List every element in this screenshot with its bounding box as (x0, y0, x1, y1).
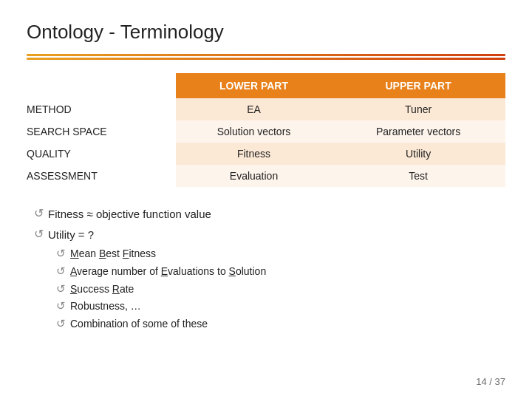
row-upper-quality: Utility (332, 143, 505, 165)
bullet-text-fitness: Fitness ≈ objective function value (48, 205, 211, 224)
row-upper-method: Tuner (332, 98, 505, 121)
terminology-table: LOWER PART UPPER PART METHOD EA Tuner SE… (27, 73, 505, 187)
sub-bullet-icon-3: ↺ (56, 298, 66, 315)
slide-title: Ontology - Terminology (27, 21, 505, 44)
bullet-text-utility: Utility = ? (48, 225, 94, 245)
row-lower-assessment: Evaluation (176, 165, 331, 187)
table-row: QUALITY Fitness Utility (27, 143, 505, 165)
sub-bullet-robustness: ↺ Robustness, … (56, 298, 505, 316)
bullet-icon-fitness: ↺ (34, 205, 44, 222)
top-border (27, 54, 505, 56)
bullet-icon-utility: ↺ (34, 225, 44, 243)
sub-bullet-text-1: Average number of Evaluations to Solutio… (70, 263, 266, 281)
sub-bullet-text-0: Mean Best Fitness (70, 245, 156, 263)
sub-bullet-text-3: Robustness, … (70, 298, 141, 316)
row-label-method: METHOD (27, 98, 176, 121)
bottom-border (27, 58, 505, 60)
bullet-section: ↺ Fitness ≈ objective function value ↺ U… (27, 205, 505, 333)
sub-bullet-icon-4: ↺ (56, 316, 66, 332)
row-upper-search: Parameter vectors (332, 120, 505, 143)
header-lower-part: LOWER PART (176, 74, 331, 98)
table-row: METHOD EA Tuner (27, 98, 505, 121)
header-upper-part: UPPER PART (332, 74, 505, 98)
row-lower-method: EA (176, 98, 331, 121)
bullet-utility: ↺ Utility = ? (34, 225, 505, 245)
sub-bullet-sr: ↺ Success Rate (56, 281, 505, 299)
table-row: ASSESSMENT Evaluation Test (27, 165, 505, 187)
sub-bullets: ↺ Mean Best Fitness ↺ Average number of … (34, 245, 505, 333)
row-lower-search: Solution vectors (176, 120, 331, 143)
sub-bullet-text-4: Combination of some of these (70, 316, 208, 333)
slide: Ontology - Terminology LOWER PART UPPER … (0, 0, 532, 399)
page-number: 14 / 37 (476, 376, 505, 387)
row-label-search: SEARCH SPACE (27, 120, 176, 143)
sub-bullet-combination: ↺ Combination of some of these (56, 316, 505, 333)
bullet-fitness: ↺ Fitness ≈ objective function value (34, 205, 505, 224)
sub-bullet-mbf: ↺ Mean Best Fitness (56, 245, 505, 263)
table-row: SEARCH SPACE Solution vectors Parameter … (27, 120, 505, 143)
sub-bullet-text-2: Success Rate (70, 281, 134, 299)
sub-bullet-icon-0: ↺ (56, 245, 66, 262)
row-label-quality: QUALITY (27, 143, 176, 165)
row-label-assessment: ASSESSMENT (27, 165, 176, 187)
header-empty (27, 74, 176, 98)
sub-bullet-icon-1: ↺ (56, 263, 66, 280)
sub-bullet-aes: ↺ Average number of Evaluations to Solut… (56, 263, 505, 281)
row-upper-assessment: Test (332, 165, 505, 187)
row-lower-quality: Fitness (176, 143, 331, 165)
sub-bullet-icon-2: ↺ (56, 281, 66, 298)
